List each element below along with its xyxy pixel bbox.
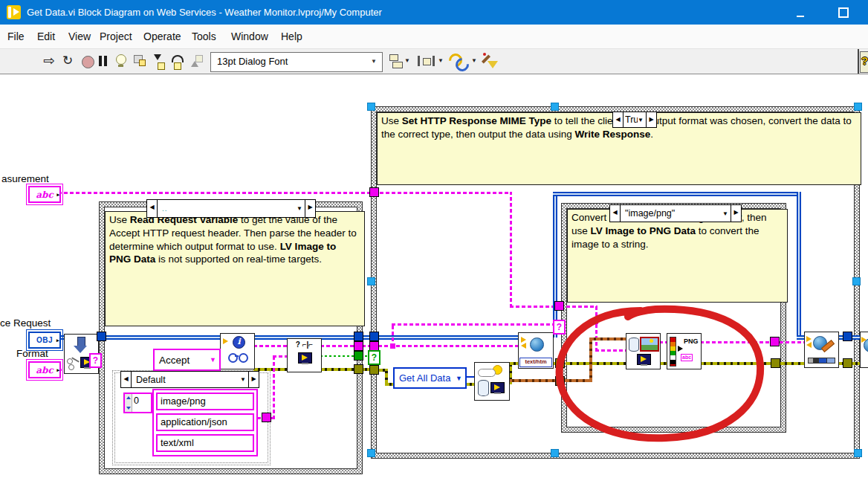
outer-case-comment[interactable]: Use Read Request Variable to get the val… <box>105 211 365 326</box>
align-objects-dropdown-icon[interactable]: ▼ <box>404 57 410 64</box>
enum-dropdown-icon[interactable]: ▼ <box>456 375 465 382</box>
wire-measurement-string[interactable] <box>595 306 597 352</box>
read-request-variable-vi-icon[interactable]: i <box>220 333 255 369</box>
case-prev-icon[interactable]: ◀ <box>147 200 158 217</box>
wire-data-cluster[interactable] <box>565 379 592 382</box>
tunnel-object[interactable] <box>369 332 379 341</box>
write-response-vi-icon[interactable] <box>804 332 839 368</box>
array-index-box[interactable]: 0 <box>123 393 152 413</box>
tunnel-string[interactable] <box>770 337 780 346</box>
measurement-terminal[interactable]: abc ▸ <box>28 186 61 203</box>
run-continuous-button[interactable]: ↻ <box>62 53 73 68</box>
font-selector[interactable]: 13pt Dialog Font ▼ <box>210 52 383 72</box>
get-all-data-enum[interactable]: Get All Data ▼ <box>393 367 467 389</box>
combo-dropdown-icon[interactable]: ▼ <box>210 356 219 364</box>
wire-png-string[interactable] <box>700 341 771 343</box>
data-to-image-cluster-vi-icon[interactable] <box>626 333 661 369</box>
tunnel-string[interactable] <box>354 341 363 351</box>
selection-handle[interactable] <box>854 449 862 457</box>
wire-mime-array[interactable] <box>273 355 287 358</box>
array-element[interactable]: text/xml <box>156 434 254 452</box>
abort-button[interactable] <box>82 56 94 68</box>
menu-project[interactable]: Project <box>100 25 132 48</box>
maximize-button[interactable] <box>825 0 861 25</box>
selection-handle[interactable] <box>367 277 375 285</box>
pause-button[interactable] <box>99 56 102 66</box>
case-next-icon[interactable]: ▶ <box>305 200 315 217</box>
menu-view[interactable]: View <box>68 25 91 48</box>
image-to-png-data-vi-icon[interactable]: PNG abc <box>667 333 702 369</box>
inner-case-selector-header[interactable]: ◀ "image/png" ▼ ▶ <box>609 204 742 222</box>
case-selector-terminal[interactable]: ? <box>368 350 380 365</box>
wire-measurement-string[interactable] <box>510 306 557 308</box>
case-next-icon[interactable]: ▶ <box>248 372 259 387</box>
clipped-vi-icon[interactable] <box>860 332 868 368</box>
wire-measurement-string[interactable] <box>58 192 370 194</box>
tunnel-error[interactable] <box>354 364 363 374</box>
case-dropdown-icon[interactable]: ▼ <box>240 376 246 383</box>
wire-measurement-string[interactable] <box>566 306 597 308</box>
inner-case-comment[interactable]: Convert the data to a LV image cluster, … <box>567 209 788 303</box>
menu-operate[interactable]: Operate <box>143 25 181 48</box>
wire-png-string[interactable] <box>780 341 806 343</box>
array-element[interactable]: image/png <box>156 393 254 410</box>
align-objects-button[interactable] <box>389 54 398 61</box>
wire-error[interactable] <box>780 362 806 365</box>
highlight-execution-button[interactable] <box>116 54 126 65</box>
wire-request-object[interactable] <box>553 192 801 196</box>
case-prev-icon[interactable]: ◀ <box>613 112 624 127</box>
wire-request-object[interactable] <box>553 192 557 337</box>
match-mime-type-vi-icon[interactable]: ? ⌐|⌐ <box>287 338 322 372</box>
wire-mime-string[interactable] <box>378 345 519 347</box>
resize-objects-dropdown-icon[interactable]: ▼ <box>471 57 477 64</box>
tunnel-error[interactable] <box>369 365 379 375</box>
accept-combo-constant[interactable]: Accept ▼ <box>153 349 221 371</box>
wire-request-object[interactable] <box>797 192 801 337</box>
wire-data-cluster[interactable] <box>508 379 563 382</box>
tunnel-error[interactable] <box>843 358 852 368</box>
wire-request-object[interactable] <box>378 335 519 340</box>
font-selector-dropdown-icon[interactable]: ▼ <box>371 53 377 71</box>
menu-tools[interactable]: Tools <box>192 25 216 48</box>
mime-array-constant[interactable]: image/png application/json text/xml <box>152 389 258 456</box>
context-help-button[interactable]: ? <box>860 51 868 73</box>
step-over-button[interactable] <box>172 55 184 62</box>
distribute-objects-button[interactable] <box>418 56 420 66</box>
tunnel-string[interactable] <box>554 301 564 311</box>
case-next-icon[interactable]: ▶ <box>731 205 741 222</box>
tunnel-object[interactable] <box>843 332 852 341</box>
index-spinner-icon[interactable] <box>125 394 132 412</box>
selection-handle[interactable] <box>852 277 861 285</box>
array-element[interactable]: application/json <box>156 413 254 431</box>
case-selector-terminal[interactable]: ? <box>89 353 102 368</box>
set-mime-type-vi-icon[interactable]: text/htm <box>518 332 554 369</box>
menu-file[interactable]: File <box>7 25 25 48</box>
request-terminal[interactable]: OBJ ▸ <box>28 332 61 349</box>
case-dropdown-icon[interactable]: ▼ <box>297 205 302 212</box>
case-dropdown-icon[interactable]: ▼ <box>722 210 728 217</box>
wire-measurement-string[interactable] <box>380 192 511 194</box>
case-prev-icon[interactable]: ◀ <box>610 205 621 222</box>
menu-edit[interactable]: Edit <box>37 25 55 48</box>
run-button[interactable]: ⇨ <box>43 52 55 69</box>
menu-window[interactable]: Window <box>231 25 268 48</box>
case-dropdown-icon[interactable]: ▼ <box>638 117 644 123</box>
selection-handle[interactable] <box>367 449 375 457</box>
minimize-button[interactable] <box>783 0 818 25</box>
case-selector-terminal[interactable]: ? <box>553 320 566 335</box>
case-next-icon[interactable]: ▶ <box>646 112 656 127</box>
wire-mime-string[interactable] <box>392 323 557 326</box>
tunnel-object[interactable] <box>354 332 363 341</box>
distribute-objects-dropdown-icon[interactable]: ▼ <box>438 57 444 64</box>
selection-handle[interactable] <box>551 103 559 111</box>
tunnel-string[interactable] <box>369 187 379 197</box>
tunnel-boolean[interactable] <box>354 351 363 361</box>
case-prev-icon[interactable]: ◀ <box>121 372 132 387</box>
true-case-selector-header[interactable]: ◀ True ▼ ▶ <box>612 112 657 128</box>
menu-help[interactable]: Help <box>281 25 302 48</box>
wire-data-cluster[interactable] <box>589 337 592 382</box>
wire-measurement-string[interactable] <box>595 349 627 352</box>
wire-data-cluster[interactable] <box>589 337 627 340</box>
wire-mime-array[interactable] <box>273 355 275 419</box>
wire-measurement-string[interactable] <box>510 192 512 308</box>
